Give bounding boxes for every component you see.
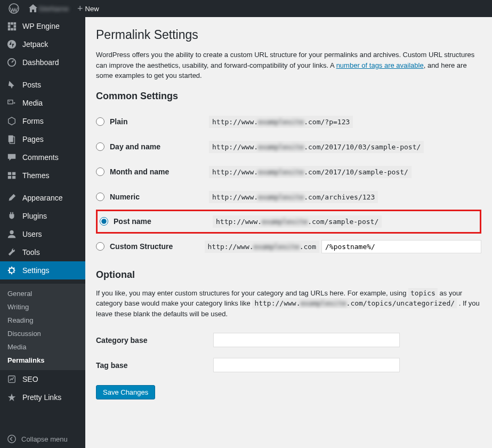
sidebar-item-seo[interactable]: SEO (0, 370, 85, 388)
collapse-menu[interactable]: Collapse menu (0, 430, 85, 448)
permalink-example-postname: http://www.examplesite.com/sample-post/ (213, 215, 382, 228)
permalink-radio-numeric[interactable] (96, 193, 104, 201)
common-settings-heading: Common Settings (96, 91, 481, 102)
star-icon (6, 393, 17, 402)
sidebar-item-label: Plugins (22, 212, 47, 220)
permalink-label-day[interactable]: Day and name (96, 142, 203, 151)
brush-icon (6, 193, 17, 203)
permalink-label-postname[interactable]: Post name (100, 217, 206, 226)
permalink-example-numeric: http://www.examplesite.com/archives/123 (209, 191, 378, 203)
permalink-radio-plain[interactable] (96, 117, 104, 126)
svg-rect-5 (14, 25, 17, 28)
comment-icon (6, 153, 17, 162)
sidebar-item-posts[interactable]: Posts (0, 76, 85, 94)
sidebar-item-label: WP Engine (22, 22, 60, 30)
sidebar-item-tools[interactable]: Tools (0, 243, 85, 261)
user-icon (6, 229, 17, 239)
page-icon (6, 134, 17, 144)
sidebar-item-appearance[interactable]: Appearance (0, 189, 85, 207)
sidebar-item-dashboard[interactable]: Dashboard (0, 53, 85, 71)
permalink-custom-input[interactable] (321, 240, 481, 253)
svg-rect-18 (12, 176, 15, 179)
site-home[interactable]: SiteName (23, 0, 73, 17)
submenu-item-writing[interactable]: Writing (0, 300, 85, 314)
sidebar-item-label: Dashboard (22, 58, 59, 67)
sidebar-item-label: Media (22, 99, 43, 107)
category-base-input[interactable] (213, 333, 400, 347)
sidebar-item-label: Pretty Links (22, 393, 61, 402)
site-name: SiteName (38, 5, 69, 13)
svg-rect-16 (12, 172, 15, 175)
sidebar-item-label: Appearance (22, 194, 63, 202)
permalink-label-month[interactable]: Month and name (96, 167, 203, 176)
sidebar-item-plugins[interactable]: Plugins (0, 207, 85, 225)
permalink-option-month: Month and namehttp://www.examplesite.com… (96, 159, 481, 185)
new-label: New (85, 5, 99, 13)
permalink-label-numeric[interactable]: Numeric (96, 193, 203, 201)
svg-rect-3 (14, 22, 17, 25)
svg-rect-6 (8, 28, 10, 31)
save-changes-button[interactable]: Save Changes (96, 385, 155, 399)
svg-point-12 (9, 101, 10, 102)
wp-logo[interactable] (4, 0, 23, 17)
sidebar-item-wp-engine[interactable]: WP Engine (0, 17, 85, 35)
svg-point-19 (10, 230, 13, 234)
admin-sidebar: WP EngineJetpackDashboardPostsMediaForms… (0, 17, 85, 448)
sidebar-item-label: Tools (22, 248, 40, 257)
permalink-custom-prefix: http://www.examplesite.com (205, 241, 320, 253)
tags-available-link[interactable]: number of tags are available (336, 61, 424, 69)
sidebar-item-media[interactable]: Media (0, 94, 85, 112)
permalink-radio-postname[interactable] (100, 217, 108, 226)
submenu-item-media[interactable]: Media (0, 340, 85, 354)
sidebar-item-users[interactable]: Users (0, 225, 85, 243)
submenu-item-discussion[interactable]: Discussion (0, 327, 85, 340)
wordpress-icon (9, 3, 19, 14)
svg-rect-11 (8, 100, 13, 104)
sidebar-item-label: Settings (22, 266, 50, 275)
sidebar-item-settings[interactable]: Settings (0, 261, 85, 279)
permalink-option-postname: Post namehttp://www.examplesite.com/samp… (96, 210, 481, 234)
sidebar-item-comments[interactable]: Comments (0, 148, 85, 166)
sidebar-item-jetpack[interactable]: Jetpack (0, 35, 85, 53)
sidebar-item-pages[interactable]: Pages (0, 130, 85, 148)
sidebar-item-pretty-links[interactable]: Pretty Links (0, 388, 85, 406)
permalink-radio-day[interactable] (96, 142, 104, 151)
home-icon (28, 3, 38, 14)
permalink-option-numeric: Numerichttp://www.examplesite.com/archiv… (96, 185, 481, 210)
svg-point-21 (8, 435, 15, 443)
wrench-icon (6, 247, 17, 257)
sidebar-item-forms[interactable]: Forms (0, 112, 85, 130)
submenu-item-general[interactable]: General (0, 287, 85, 300)
permalink-example-month: http://www.examplesite.com/2017/10/sampl… (209, 166, 412, 178)
permalink-option-custom: Custom Structurehttp://www.examplesite.c… (96, 234, 481, 260)
permalink-label-custom[interactable]: Custom Structure (96, 242, 198, 251)
forms-icon (6, 116, 17, 126)
pin-icon (6, 80, 17, 90)
page-intro: WordPress offers you the ability to crea… (96, 50, 481, 81)
collapse-icon (6, 434, 17, 444)
permalink-label-plain[interactable]: Plain (96, 117, 203, 126)
svg-rect-2 (11, 22, 13, 25)
sidebar-item-label: Pages (22, 135, 44, 143)
submenu-item-permalinks[interactable]: Permalinks (0, 354, 85, 367)
plug-icon (6, 211, 17, 221)
themes-icon (6, 171, 17, 180)
optional-description: If you like, you may enter custom struct… (96, 288, 481, 319)
dashboard-icon (6, 58, 17, 67)
new-content[interactable]: + New (73, 0, 103, 17)
permalink-radio-custom[interactable] (96, 242, 104, 251)
svg-rect-13 (9, 135, 13, 142)
tag-base-input[interactable] (213, 358, 400, 372)
submenu-item-reading[interactable]: Reading (0, 314, 85, 327)
svg-rect-15 (8, 172, 11, 175)
permalink-radio-month[interactable] (96, 167, 104, 176)
sidebar-item-themes[interactable]: Themes (0, 166, 85, 185)
sidebar-item-label: Comments (22, 153, 59, 162)
svg-point-9 (7, 40, 16, 49)
svg-rect-1 (8, 22, 10, 25)
permalink-option-plain: Plainhttp://www.examplesite.com/?p=123 (96, 109, 481, 134)
tag-base-label: Tag base (96, 361, 213, 370)
svg-rect-7 (11, 28, 13, 31)
sidebar-item-label: SEO (22, 375, 38, 383)
optional-heading: Optional (96, 269, 481, 281)
